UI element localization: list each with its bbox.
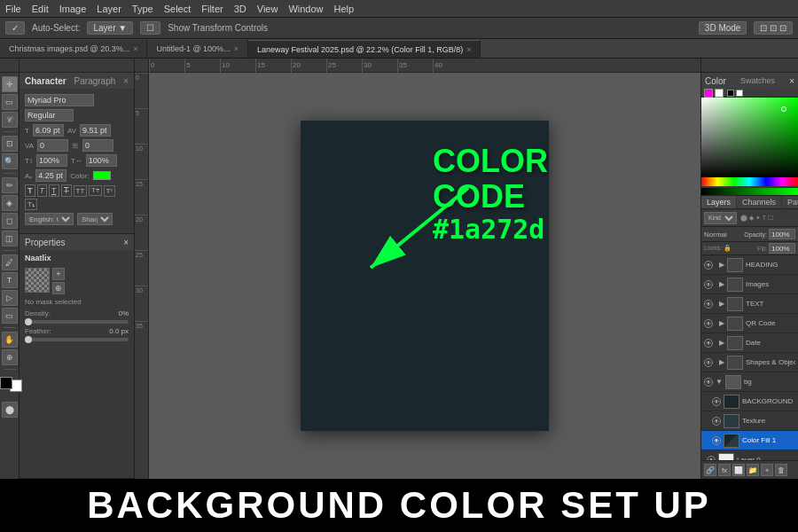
feather-slider[interactable]	[25, 338, 129, 341]
menu-file[interactable]: File	[5, 4, 21, 14]
menu-filter[interactable]: Filter	[201, 4, 223, 14]
opacity-input[interactable]	[769, 229, 795, 239]
character-panel-header[interactable]: Character Paragraph ×	[20, 73, 134, 89]
tab-christmas-close[interactable]: ×	[133, 44, 137, 53]
canvas-area[interactable]: COLOR CODE #1a272d	[149, 73, 700, 479]
layer-eye-date[interactable]: 👁	[704, 339, 713, 348]
menu-help[interactable]: Help	[334, 4, 355, 14]
baseline-input[interactable]	[35, 169, 66, 182]
tracking-input[interactable]	[82, 139, 113, 152]
scale-h-input[interactable]	[86, 154, 117, 167]
mask-btn-1[interactable]: +	[52, 268, 65, 280]
menu-image[interactable]: Image	[59, 4, 87, 14]
tab-paths[interactable]: Paths	[782, 196, 798, 208]
layer-text[interactable]: 👁 ▶ TEXT	[701, 294, 798, 314]
layer-group-btn[interactable]: 📁	[747, 464, 759, 476]
tool-eraser[interactable]: ◻	[2, 213, 18, 229]
expand-shapes[interactable]: ▶	[719, 358, 724, 366]
layer-eye-text[interactable]: 👁	[704, 300, 713, 309]
layer-link-btn[interactable]: 🔗	[704, 464, 716, 476]
foreground-color[interactable]	[0, 377, 12, 389]
tool-crop[interactable]: ⊡	[2, 136, 18, 152]
layer-qrcode[interactable]: 👁 ▶ QR Code	[701, 314, 798, 333]
character-close[interactable]: ×	[123, 76, 129, 86]
font-family-input[interactable]	[25, 94, 94, 106]
auto-select-toggle[interactable]: ✓	[5, 21, 25, 35]
white-swatch[interactable]	[736, 90, 743, 97]
superscript-btn[interactable]: Tˢ	[104, 185, 116, 197]
properties-header[interactable]: Properties ×	[20, 234, 134, 250]
tool-zoom[interactable]: ⊕	[2, 349, 18, 365]
tab-channels[interactable]: Channels	[737, 196, 782, 208]
layers-kind-select[interactable]: Kind	[704, 212, 737, 224]
align-btns[interactable]: ⊡ ⊡ ⊡	[754, 21, 793, 35]
layer-background[interactable]: 👁 BACKGROUND	[701, 392, 798, 411]
quick-mask[interactable]: ⬤	[2, 402, 18, 418]
tool-path[interactable]: ▷	[2, 290, 18, 306]
tool-shape[interactable]: ▭	[2, 308, 18, 324]
tab-untitled-close[interactable]: ×	[234, 44, 239, 53]
fg-color-indicator[interactable]	[704, 89, 713, 98]
layer-eye-texture[interactable]: 👁	[712, 417, 721, 426]
layer-colorfill[interactable]: 👁 Color Fill 1	[701, 431, 798, 450]
expand-heading[interactable]: ▶	[719, 261, 724, 269]
tool-move[interactable]: ✛	[2, 76, 18, 92]
swatches-tab[interactable]: Swatches	[740, 76, 775, 85]
menu-layer[interactable]: Layer	[97, 4, 121, 14]
menu-select[interactable]: Select	[164, 4, 192, 14]
layer-images[interactable]: 👁 ▶ Images	[701, 275, 798, 294]
smallcaps-btn[interactable]: Tᴛ	[89, 185, 101, 196]
expand-qrcode[interactable]: ▶	[719, 319, 724, 327]
layer-texture[interactable]: 👁 Texture	[701, 411, 798, 431]
mask-btn-2[interactable]: ⊕	[52, 282, 65, 294]
underline-btn[interactable]: T	[49, 184, 59, 197]
font-style-input[interactable]	[25, 109, 74, 121]
expand-bg[interactable]: ▼	[716, 378, 723, 386]
color-panel-close[interactable]: ×	[789, 76, 794, 86]
menu-type[interactable]: Type	[132, 4, 153, 14]
tab-laneway[interactable]: Laneway Festival 2025.psd @ 22.2% (Color…	[248, 40, 481, 58]
expand-date[interactable]: ▶	[719, 339, 724, 347]
layer-eye-background[interactable]: 👁	[712, 397, 721, 406]
kerning-input[interactable]	[37, 139, 68, 152]
tool-hand[interactable]: ✋	[2, 332, 18, 348]
hue-slider[interactable]	[701, 177, 798, 186]
black-swatch[interactable]	[727, 90, 734, 97]
layer-eye-heading[interactable]: 👁	[704, 261, 713, 270]
tool-lasso[interactable]: 𝒞	[2, 112, 18, 128]
3d-btn[interactable]: 3D Mode	[699, 21, 747, 35]
color-panel-title[interactable]: Color	[705, 76, 726, 86]
layer-layer0[interactable]: 👁 Layer 0	[701, 450, 798, 460]
layer-delete-btn[interactable]: 🗑	[775, 464, 787, 476]
tool-eyedropper[interactable]: 🔍	[2, 153, 18, 169]
bg-color-indicator[interactable]	[715, 89, 724, 98]
tab-christmas[interactable]: Christmas images.psd @ 20.3%... ×	[0, 40, 147, 58]
subscript-btn[interactable]: T₁	[25, 199, 37, 210]
brightness-slider[interactable]	[701, 188, 798, 195]
strikethrough-btn[interactable]: T̶	[61, 184, 72, 197]
layer-eye-shapes[interactable]: 👁	[704, 358, 713, 367]
anti-alias-select[interactable]: Sharp	[77, 213, 113, 225]
menu-window[interactable]: Window	[288, 4, 323, 14]
layer-eye-qrcode[interactable]: 👁	[704, 319, 713, 328]
character-tab[interactable]: Character	[25, 76, 66, 86]
paragraph-tab[interactable]: Paragraph	[74, 76, 116, 86]
transform-toggle[interactable]: ☐	[140, 21, 160, 35]
scale-v-input[interactable]	[36, 154, 67, 167]
layer-date[interactable]: 👁 ▶ Date	[701, 333, 798, 353]
tool-select[interactable]: ▭	[2, 94, 18, 110]
bold-btn[interactable]: T	[25, 184, 35, 197]
menu-3d[interactable]: 3D	[234, 4, 246, 14]
tab-untitled[interactable]: Untitled-1 @ 100%... ×	[147, 40, 247, 58]
layer-new-btn[interactable]: +	[761, 464, 773, 476]
allcaps-btn[interactable]: TT	[74, 185, 88, 197]
tool-gradient[interactable]: ◫	[2, 231, 18, 246]
layer-eye-images[interactable]: 👁	[704, 280, 713, 289]
tool-text[interactable]: T	[2, 272, 18, 288]
expand-images[interactable]: ▶	[719, 280, 724, 288]
tab-laneway-close[interactable]: ×	[466, 45, 471, 54]
italic-btn[interactable]: T	[37, 184, 48, 197]
fill-input[interactable]	[769, 243, 795, 254]
tool-brush[interactable]: ✏	[2, 177, 18, 193]
mask-thumbnail[interactable]	[25, 268, 50, 293]
